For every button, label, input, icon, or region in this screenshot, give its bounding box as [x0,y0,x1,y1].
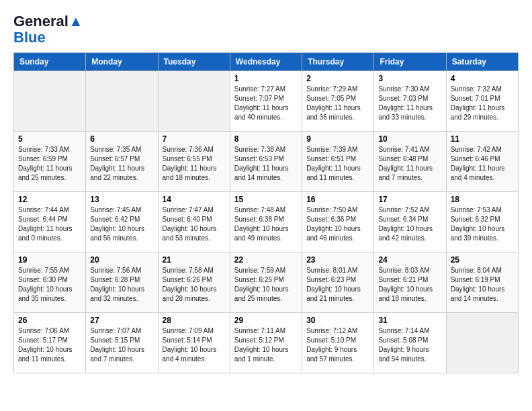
day-number: 27 [90,316,153,325]
day-info: Sunrise: 7:32 AM Sunset: 7:01 PM Dayligh… [451,85,514,122]
calendar-cell: 7Sunrise: 7:36 AM Sunset: 6:55 PM Daylig… [158,132,230,192]
calendar-cell [446,313,518,373]
calendar-cell: 4Sunrise: 7:32 AM Sunset: 7:01 PM Daylig… [446,71,518,132]
calendar-cell: 12Sunrise: 7:44 AM Sunset: 6:44 PM Dayli… [14,192,86,253]
calendar-cell [86,71,158,132]
calendar-cell: 22Sunrise: 7:59 AM Sunset: 6:25 PM Dayli… [230,253,302,313]
calendar-cell: 15Sunrise: 7:48 AM Sunset: 6:38 PM Dayli… [230,192,302,253]
day-info: Sunrise: 8:03 AM Sunset: 6:21 PM Dayligh… [378,266,441,304]
day-number: 22 [234,255,298,265]
day-info: Sunrise: 7:47 AM Sunset: 6:40 PM Dayligh… [163,205,226,243]
day-number: 24 [378,255,441,265]
day-info: Sunrise: 7:56 AM Sunset: 6:28 PM Dayligh… [90,266,153,304]
day-number: 14 [163,195,226,204]
day-info: Sunrise: 7:50 AM Sunset: 6:36 PM Dayligh… [306,205,369,243]
calendar-cell [14,71,86,132]
day-number: 31 [378,316,441,325]
weekday-header-monday: Monday [86,53,158,71]
day-info: Sunrise: 7:58 AM Sunset: 6:26 PM Dayligh… [163,266,226,304]
day-info: Sunrise: 8:01 AM Sunset: 6:23 PM Dayligh… [306,266,369,304]
calendar-cell: 23Sunrise: 8:01 AM Sunset: 6:23 PM Dayli… [302,253,374,313]
weekday-header-friday: Friday [374,53,446,71]
calendar-cell: 17Sunrise: 7:52 AM Sunset: 6:34 PM Dayli… [374,192,446,253]
calendar-cell: 18Sunrise: 7:53 AM Sunset: 6:32 PM Dayli… [446,192,518,253]
day-number: 9 [306,134,369,144]
day-info: Sunrise: 7:14 AM Sunset: 5:08 PM Dayligh… [378,326,441,364]
day-info: Sunrise: 7:27 AM Sunset: 7:07 PM Dayligh… [234,85,298,122]
calendar-cell: 13Sunrise: 7:45 AM Sunset: 6:42 PM Dayli… [86,192,158,253]
calendar-cell: 25Sunrise: 8:04 AM Sunset: 6:19 PM Dayli… [446,253,518,313]
day-number: 20 [90,255,153,265]
calendar-cell: 3Sunrise: 7:30 AM Sunset: 7:03 PM Daylig… [374,71,446,132]
day-info: Sunrise: 7:36 AM Sunset: 6:55 PM Dayligh… [163,145,226,183]
calendar-cell: 6Sunrise: 7:35 AM Sunset: 6:57 PM Daylig… [86,132,158,192]
logo: General▲ Blue [13,13,83,46]
calendar-table: SundayMondayTuesdayWednesdayThursdayFrid… [13,52,519,373]
day-number: 8 [234,134,298,144]
calendar-cell: 26Sunrise: 7:06 AM Sunset: 5:17 PM Dayli… [14,313,86,373]
day-info: Sunrise: 7:07 AM Sunset: 5:15 PM Dayligh… [90,326,153,364]
weekday-header-thursday: Thursday [302,53,374,71]
day-info: Sunrise: 7:45 AM Sunset: 6:42 PM Dayligh… [90,205,153,243]
calendar-cell: 19Sunrise: 7:55 AM Sunset: 6:30 PM Dayli… [14,253,86,313]
day-info: Sunrise: 7:12 AM Sunset: 5:10 PM Dayligh… [306,326,369,364]
day-number: 2 [306,74,369,83]
calendar-cell: 10Sunrise: 7:41 AM Sunset: 6:48 PM Dayli… [374,132,446,192]
calendar-cell: 14Sunrise: 7:47 AM Sunset: 6:40 PM Dayli… [158,192,230,253]
calendar-cell: 20Sunrise: 7:56 AM Sunset: 6:28 PM Dayli… [86,253,158,313]
calendar-cell: 9Sunrise: 7:39 AM Sunset: 6:51 PM Daylig… [302,132,374,192]
day-info: Sunrise: 7:09 AM Sunset: 5:14 PM Dayligh… [163,326,226,364]
day-info: Sunrise: 7:30 AM Sunset: 7:03 PM Dayligh… [378,85,441,122]
day-number: 1 [234,74,298,83]
day-number: 21 [163,255,226,265]
day-info: Sunrise: 7:41 AM Sunset: 6:48 PM Dayligh… [378,145,441,183]
day-number: 29 [234,316,298,325]
day-number: 5 [18,134,81,144]
calendar-cell: 16Sunrise: 7:50 AM Sunset: 6:36 PM Dayli… [302,192,374,253]
day-number: 26 [18,316,81,325]
day-number: 18 [451,195,514,204]
day-info: Sunrise: 7:38 AM Sunset: 6:53 PM Dayligh… [234,145,298,183]
calendar-cell: 31Sunrise: 7:14 AM Sunset: 5:08 PM Dayli… [374,313,446,373]
day-number: 12 [18,195,81,204]
day-number: 25 [451,255,514,265]
weekday-header-saturday: Saturday [446,53,518,71]
day-info: Sunrise: 7:06 AM Sunset: 5:17 PM Dayligh… [18,326,81,364]
calendar-cell: 30Sunrise: 7:12 AM Sunset: 5:10 PM Dayli… [302,313,374,373]
day-number: 13 [90,195,153,204]
weekday-header-sunday: Sunday [14,53,86,71]
day-number: 10 [378,134,441,144]
calendar-cell: 5Sunrise: 7:33 AM Sunset: 6:59 PM Daylig… [14,132,86,192]
calendar-cell: 21Sunrise: 7:58 AM Sunset: 6:26 PM Dayli… [158,253,230,313]
calendar-cell: 8Sunrise: 7:38 AM Sunset: 6:53 PM Daylig… [230,132,302,192]
page-header: General▲ Blue [13,13,519,46]
day-number: 15 [234,195,298,204]
day-info: Sunrise: 7:42 AM Sunset: 6:46 PM Dayligh… [451,145,514,183]
day-number: 6 [90,134,153,144]
day-number: 11 [451,134,514,144]
day-number: 19 [18,255,81,265]
day-number: 30 [306,316,369,325]
day-info: Sunrise: 7:55 AM Sunset: 6:30 PM Dayligh… [18,266,81,304]
day-number: 28 [163,316,226,325]
day-info: Sunrise: 7:35 AM Sunset: 6:57 PM Dayligh… [90,145,153,183]
day-info: Sunrise: 8:04 AM Sunset: 6:19 PM Dayligh… [451,266,514,304]
calendar-cell: 24Sunrise: 8:03 AM Sunset: 6:21 PM Dayli… [374,253,446,313]
day-info: Sunrise: 7:59 AM Sunset: 6:25 PM Dayligh… [234,266,298,304]
calendar-cell: 1Sunrise: 7:27 AM Sunset: 7:07 PM Daylig… [230,71,302,132]
day-number: 16 [306,195,369,204]
logo-blue: Blue [13,30,46,46]
day-number: 7 [163,134,226,144]
day-info: Sunrise: 7:39 AM Sunset: 6:51 PM Dayligh… [306,145,369,183]
calendar-cell: 27Sunrise: 7:07 AM Sunset: 5:15 PM Dayli… [86,313,158,373]
calendar-cell: 28Sunrise: 7:09 AM Sunset: 5:14 PM Dayli… [158,313,230,373]
day-info: Sunrise: 7:48 AM Sunset: 6:38 PM Dayligh… [234,205,298,243]
day-info: Sunrise: 7:29 AM Sunset: 7:05 PM Dayligh… [306,85,369,122]
day-number: 4 [451,74,514,83]
day-number: 23 [306,255,369,265]
day-number: 3 [378,74,441,83]
day-number: 17 [378,195,441,204]
weekday-header-tuesday: Tuesday [158,53,230,71]
day-info: Sunrise: 7:44 AM Sunset: 6:44 PM Dayligh… [18,205,81,243]
day-info: Sunrise: 7:53 AM Sunset: 6:32 PM Dayligh… [451,205,514,243]
